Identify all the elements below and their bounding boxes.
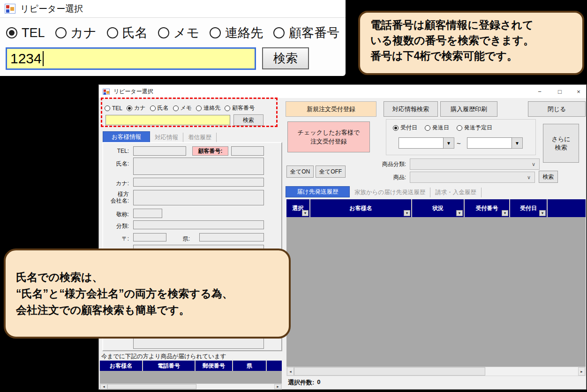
history-tabstrip: 届け先発送履歴 家族からの届け先発送履歴 請求・入金履歴 (286, 186, 482, 197)
scroll-right-arrow-icon[interactable]: ► (274, 384, 281, 389)
delivered-grid-hscrollbar[interactable]: ◄ ► (100, 384, 282, 390)
repeater-select-window: リピーター選択 − □ × TEL カナ 氏名 メモ 連絡先 顧客番号 検索 お… (98, 84, 587, 390)
pref-input[interactable] (199, 233, 264, 241)
search-input-value: 1234 (10, 51, 42, 67)
callout-name-search-note: 氏名での検索は、 “氏名”と“様方会社名”の両方を検索する為、 会社注文での顧客… (4, 249, 291, 339)
delivered-grid-body[interactable] (100, 371, 282, 384)
filter-dropdown-icon[interactable]: ▾ (502, 210, 508, 216)
radio-contact[interactable]: 連絡先 (210, 24, 263, 41)
radio-circle (158, 27, 169, 38)
name-label: 氏名: (108, 160, 129, 168)
col-reception-date[interactable]: 受付日▾ (510, 199, 548, 217)
minimize-button[interactable]: − (533, 87, 547, 96)
company-input[interactable] (133, 190, 264, 205)
product-category-label: 商品分類: (372, 160, 406, 168)
all-on-button[interactable]: 全てON (286, 166, 314, 178)
history-grid-body[interactable] (286, 217, 586, 367)
button-line: 注文受付登録 (310, 137, 347, 146)
col-customer-name[interactable]: お客様名▾ (310, 199, 412, 217)
col-customer-name[interactable]: お客様名 (100, 361, 143, 371)
purchase-history-print-button[interactable]: 購入履歴印刷 (440, 101, 497, 117)
callout-line: 番号は下4桁で検索可能です。 (370, 48, 582, 64)
magnified-titlebar: リピーター選択 (0, 0, 346, 18)
more-search-button[interactable]: さらに 検索 (543, 124, 579, 163)
col-reception-number[interactable]: 受付番号▾ (465, 199, 510, 217)
radio-name[interactable]: 氏名 (107, 24, 148, 41)
callout-line: 電話番号は顧客情報に登録されて (370, 17, 582, 33)
response-info-search-button[interactable]: 対応情報検索 (384, 101, 438, 117)
col-prefecture[interactable]: 県 (233, 361, 267, 371)
col-select[interactable]: 選択▾ (286, 199, 310, 217)
date-from-input[interactable] (399, 137, 444, 149)
date-to-combo[interactable]: ▼ (467, 137, 523, 149)
col-blank (267, 361, 282, 371)
radio-reception-date[interactable]: 受付日 (393, 124, 417, 132)
search-button[interactable]: 検索 (262, 47, 309, 69)
zip-label: 〒: (108, 235, 129, 243)
close-window-button[interactable]: × (572, 87, 586, 96)
customer-no-input[interactable] (231, 146, 264, 156)
product-category-dropdown[interactable]: ∨ (410, 158, 540, 170)
scroll-left-arrow-icon[interactable]: ◄ (287, 367, 294, 376)
tab-customer-info[interactable]: お客様情報 (103, 131, 150, 143)
radio-memo[interactable]: メモ (158, 24, 199, 41)
radio-label: メモ (173, 24, 199, 41)
main-titlebar[interactable]: リピーター選択 (99, 85, 586, 98)
tab-family-shipping-history[interactable]: 家族からの届け先発送履歴 (350, 188, 430, 197)
filter-dropdown-icon[interactable]: ▾ (456, 210, 463, 216)
filter-dropdown-icon[interactable]: ▾ (404, 210, 410, 216)
callout-line: “氏名”と“様方会社名”の両方を検索する為、 (16, 286, 289, 302)
radio-tel[interactable]: TEL (6, 26, 45, 40)
date-from-combo[interactable]: ▼ (399, 137, 454, 149)
chevron-down-icon: ∨ (532, 161, 535, 167)
radio-kana[interactable]: カナ (55, 24, 97, 41)
radio-label: カナ (71, 24, 97, 41)
radio-ship-date[interactable]: 発送日 (425, 124, 449, 132)
col-phone-number[interactable]: 電話番号 (143, 361, 196, 371)
window-title: リピーター選択 (20, 3, 83, 15)
scrollbar-thumb[interactable] (107, 384, 196, 389)
dropdown-arrow-icon[interactable]: ▼ (444, 137, 454, 149)
col-postal-code[interactable]: 郵便番号 (196, 361, 233, 371)
filter-dropdown-icon[interactable]: ▾ (539, 210, 546, 216)
scroll-left-arrow-icon[interactable]: ◄ (100, 384, 107, 389)
tab-incoming-history[interactable]: 着信履歴 (183, 133, 217, 143)
radio-label: 発送日 (432, 124, 449, 132)
category-input[interactable] (133, 220, 264, 229)
date-to-input[interactable] (467, 137, 512, 149)
filter-dropdown-icon[interactable]: ▾ (302, 210, 309, 216)
radio-circle (425, 125, 430, 131)
maximize-button[interactable]: □ (553, 87, 567, 96)
kana-input[interactable] (133, 178, 264, 187)
radio-planned-ship-date[interactable]: 発送予定日 (457, 124, 492, 132)
dropdown-arrow-icon[interactable]: ▼ (512, 137, 523, 149)
window-title: リピーター選択 (113, 88, 153, 96)
radio-circle (107, 27, 118, 38)
product-search-button[interactable]: 検索 (539, 171, 558, 183)
all-off-button[interactable]: 全てOFF (316, 166, 346, 178)
scroll-right-arrow-icon[interactable]: ► (578, 367, 585, 376)
selected-count-value: 0 (317, 378, 320, 387)
tab-shipping-history[interactable]: 届け先発送履歴 (286, 186, 350, 197)
scrollbar-thumb[interactable] (294, 367, 485, 376)
new-order-button[interactable]: 新規注文受付登録 (286, 101, 376, 117)
radio-circle (273, 27, 285, 38)
name-input[interactable] (133, 158, 264, 175)
close-button[interactable]: 閉じる (528, 101, 586, 117)
search-input[interactable]: 1234 (6, 47, 256, 70)
tel-input[interactable] (133, 146, 186, 156)
radio-circle (210, 27, 221, 38)
text-caret (43, 51, 44, 66)
tab-billing-payment-history[interactable]: 請求・入金履歴 (430, 188, 482, 197)
product-dropdown[interactable]: ∨ (410, 172, 535, 183)
checked-customer-order-button[interactable]: チェックしたお客様で 注文受付登録 (287, 121, 370, 152)
col-status[interactable]: 状況▾ (412, 199, 465, 217)
radio-label: 受付日 (400, 124, 417, 132)
zip-input[interactable] (133, 233, 166, 241)
customer-info-tabstrip: お客様情報 対応情報 着信履歴 (103, 131, 217, 143)
radio-customer-number[interactable]: 顧客番号 (273, 24, 339, 41)
honorific-input[interactable] (133, 209, 162, 218)
history-grid-hscrollbar[interactable]: ◄ ► (286, 367, 586, 376)
callout-line: 氏名での検索は、 (16, 269, 289, 286)
tab-response-info[interactable]: 対応情報 (150, 133, 183, 143)
